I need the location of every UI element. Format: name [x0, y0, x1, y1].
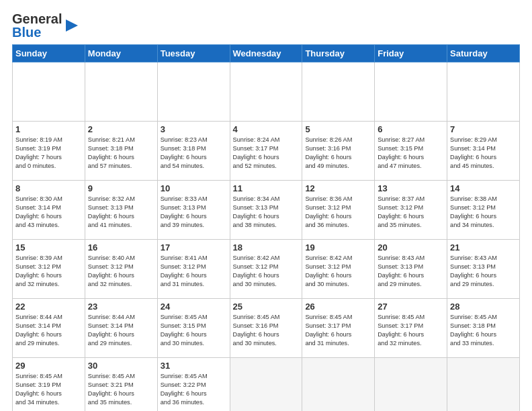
day-info: Sunrise: 8:45 AMSunset: 3:22 PMDaylight:…: [161, 372, 227, 407]
day-number: 24: [161, 302, 227, 312]
day-info: Sunrise: 8:34 AMSunset: 3:13 PMDaylight:…: [233, 195, 300, 230]
day-number: 2: [88, 124, 154, 134]
calendar-body: 1Sunrise: 8:19 AMSunset: 3:19 PMDaylight…: [13, 62, 520, 412]
day-number: 9: [88, 183, 154, 193]
day-info: Sunrise: 8:45 AMSunset: 3:19 PMDaylight:…: [15, 372, 82, 407]
day-info: Sunrise: 8:24 AMSunset: 3:17 PMDaylight:…: [233, 136, 300, 171]
day-number: 6: [378, 124, 444, 134]
day-number: 23: [88, 302, 154, 312]
calendar-cell: 30Sunrise: 8:45 AMSunset: 3:21 PMDayligh…: [85, 358, 157, 412]
day-number: 11: [233, 183, 300, 193]
calendar-cell: 13Sunrise: 8:37 AMSunset: 3:12 PMDayligh…: [375, 181, 447, 240]
day-info: Sunrise: 8:21 AMSunset: 3:18 PMDaylight:…: [88, 136, 154, 171]
calendar-cell: [447, 62, 520, 122]
calendar-cell: [230, 62, 302, 122]
day-info: Sunrise: 8:45 AMSunset: 3:18 PMDaylight:…: [450, 313, 517, 348]
calendar-cell: 16Sunrise: 8:40 AMSunset: 3:12 PMDayligh…: [85, 240, 157, 299]
calendar-cell: 19Sunrise: 8:42 AMSunset: 3:12 PMDayligh…: [302, 240, 375, 299]
day-info: Sunrise: 8:45 AMSunset: 3:16 PMDaylight:…: [233, 313, 300, 348]
header-day-wednesday: Wednesday: [230, 45, 302, 62]
calendar-cell: 10Sunrise: 8:33 AMSunset: 3:13 PMDayligh…: [157, 181, 230, 240]
day-number: 8: [15, 183, 82, 193]
calendar-week-1: 1Sunrise: 8:19 AMSunset: 3:19 PMDaylight…: [13, 122, 520, 181]
calendar-cell: 1Sunrise: 8:19 AMSunset: 3:19 PMDaylight…: [13, 122, 85, 181]
header-row: SundayMondayTuesdayWednesdayThursdayFrid…: [13, 45, 520, 62]
header-day-saturday: Saturday: [447, 45, 520, 62]
calendar-cell: [375, 358, 447, 412]
header-day-thursday: Thursday: [302, 45, 375, 62]
header-day-friday: Friday: [375, 45, 447, 62]
calendar-cell: 2Sunrise: 8:21 AMSunset: 3:18 PMDaylight…: [85, 122, 157, 181]
calendar-cell: 21Sunrise: 8:43 AMSunset: 3:13 PMDayligh…: [447, 240, 520, 299]
day-info: Sunrise: 8:45 AMSunset: 3:17 PMDaylight:…: [305, 313, 371, 348]
day-info: Sunrise: 8:36 AMSunset: 3:12 PMDaylight:…: [305, 195, 371, 230]
calendar-week-0: [13, 62, 520, 122]
calendar-cell: 31Sunrise: 8:45 AMSunset: 3:22 PMDayligh…: [157, 358, 230, 412]
calendar-cell: 11Sunrise: 8:34 AMSunset: 3:13 PMDayligh…: [230, 181, 302, 240]
day-info: Sunrise: 8:40 AMSunset: 3:12 PMDaylight:…: [88, 254, 154, 289]
calendar-cell: 3Sunrise: 8:23 AMSunset: 3:18 PMDaylight…: [157, 122, 230, 181]
day-number: 12: [305, 183, 371, 193]
calendar-cell: 18Sunrise: 8:42 AMSunset: 3:12 PMDayligh…: [230, 240, 302, 299]
calendar-cell: 28Sunrise: 8:45 AMSunset: 3:18 PMDayligh…: [447, 299, 520, 358]
day-info: Sunrise: 8:42 AMSunset: 3:12 PMDaylight:…: [305, 254, 371, 289]
calendar-cell: [302, 62, 375, 122]
day-number: 4: [233, 124, 300, 134]
day-info: Sunrise: 8:32 AMSunset: 3:13 PMDaylight:…: [88, 195, 154, 230]
calendar-cell: [447, 358, 520, 412]
header: General Blue: [12, 12, 520, 39]
calendar-cell: 6Sunrise: 8:27 AMSunset: 3:15 PMDaylight…: [375, 122, 447, 181]
calendar-cell: 9Sunrise: 8:32 AMSunset: 3:13 PMDaylight…: [85, 181, 157, 240]
calendar-cell: [157, 62, 230, 122]
day-number: 29: [15, 361, 82, 371]
calendar-week-3: 15Sunrise: 8:39 AMSunset: 3:12 PMDayligh…: [13, 240, 520, 299]
header-day-sunday: Sunday: [13, 45, 85, 62]
page: General Blue SundayMondayTuesdayWednesda…: [0, 0, 532, 411]
calendar-cell: [375, 62, 447, 122]
day-number: 16: [88, 242, 154, 253]
calendar-cell: 24Sunrise: 8:45 AMSunset: 3:15 PMDayligh…: [157, 299, 230, 358]
day-number: 15: [15, 242, 82, 253]
day-info: Sunrise: 8:23 AMSunset: 3:18 PMDaylight:…: [161, 136, 227, 171]
day-number: 21: [450, 242, 517, 253]
calendar-cell: [302, 358, 375, 412]
day-info: Sunrise: 8:30 AMSunset: 3:14 PMDaylight:…: [15, 195, 82, 230]
calendar-cell: 29Sunrise: 8:45 AMSunset: 3:19 PMDayligh…: [13, 358, 85, 412]
day-number: 27: [378, 302, 444, 312]
day-number: 20: [378, 242, 444, 253]
calendar-week-4: 22Sunrise: 8:44 AMSunset: 3:14 PMDayligh…: [13, 299, 520, 358]
day-number: 17: [161, 242, 227, 253]
day-info: Sunrise: 8:41 AMSunset: 3:12 PMDaylight:…: [161, 254, 227, 289]
day-number: 13: [378, 183, 444, 193]
day-number: 18: [233, 242, 300, 253]
day-info: Sunrise: 8:45 AMSunset: 3:17 PMDaylight:…: [378, 313, 444, 348]
calendar-cell: 23Sunrise: 8:44 AMSunset: 3:14 PMDayligh…: [85, 299, 157, 358]
day-number: 7: [450, 124, 517, 134]
calendar-week-2: 8Sunrise: 8:30 AMSunset: 3:14 PMDaylight…: [13, 181, 520, 240]
calendar-cell: [13, 62, 85, 122]
day-number: 22: [15, 302, 82, 312]
day-number: 28: [450, 302, 517, 312]
day-info: Sunrise: 8:42 AMSunset: 3:12 PMDaylight:…: [233, 254, 300, 289]
calendar-cell: 20Sunrise: 8:43 AMSunset: 3:13 PMDayligh…: [375, 240, 447, 299]
day-info: Sunrise: 8:29 AMSunset: 3:14 PMDaylight:…: [450, 136, 517, 171]
logo-general: General: [12, 12, 62, 26]
logo: General Blue: [12, 12, 79, 39]
calendar-cell: [230, 358, 302, 412]
header-day-tuesday: Tuesday: [157, 45, 230, 62]
day-info: Sunrise: 8:45 AMSunset: 3:15 PMDaylight:…: [161, 313, 227, 348]
calendar-cell: 7Sunrise: 8:29 AMSunset: 3:14 PMDaylight…: [447, 122, 520, 181]
calendar-cell: 25Sunrise: 8:45 AMSunset: 3:16 PMDayligh…: [230, 299, 302, 358]
day-number: 26: [305, 302, 371, 312]
day-info: Sunrise: 8:43 AMSunset: 3:13 PMDaylight:…: [450, 254, 517, 289]
day-number: 30: [88, 361, 154, 371]
day-info: Sunrise: 8:43 AMSunset: 3:13 PMDaylight:…: [378, 254, 444, 289]
day-number: 25: [233, 302, 300, 312]
day-info: Sunrise: 8:44 AMSunset: 3:14 PMDaylight:…: [88, 313, 154, 348]
calendar-week-5: 29Sunrise: 8:45 AMSunset: 3:19 PMDayligh…: [13, 358, 520, 412]
calendar-cell: 8Sunrise: 8:30 AMSunset: 3:14 PMDaylight…: [13, 181, 85, 240]
day-info: Sunrise: 8:19 AMSunset: 3:19 PMDaylight:…: [15, 136, 82, 171]
day-number: 5: [305, 124, 371, 134]
header-day-monday: Monday: [85, 45, 157, 62]
calendar-cell: 12Sunrise: 8:36 AMSunset: 3:12 PMDayligh…: [302, 181, 375, 240]
